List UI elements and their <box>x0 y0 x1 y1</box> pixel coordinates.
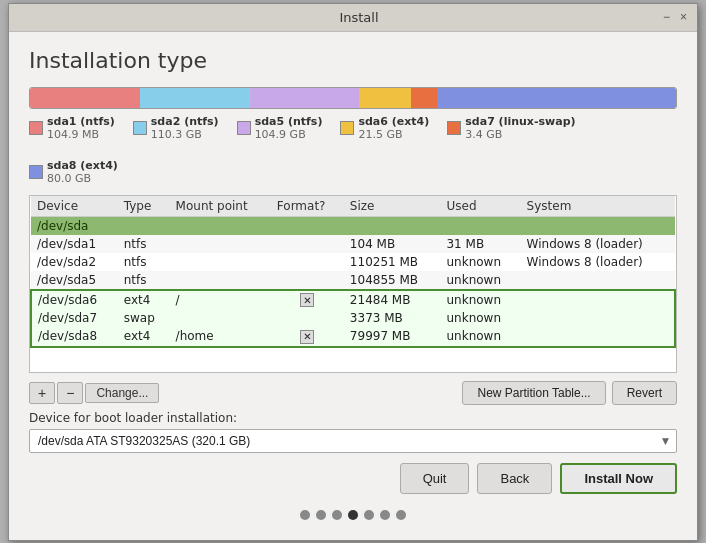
format-cell[interactable] <box>271 253 344 271</box>
legend-color-sda2 <box>133 121 147 135</box>
table-row: /dev/sda <box>31 216 675 235</box>
legend-color-sda8 <box>29 165 43 179</box>
col-format: Format? <box>271 196 344 217</box>
legend-color-sda7 <box>447 121 461 135</box>
table-row[interactable]: /dev/sda5ntfs104855 MBunknown <box>31 271 675 290</box>
format-cell[interactable] <box>271 271 344 290</box>
partition-bar <box>29 87 677 109</box>
bootloader-select[interactable]: /dev/sda ATA ST9320325AS (320.1 GB) <box>29 429 677 453</box>
used-cell: unknown <box>440 271 520 290</box>
table-header-row: Device Type Mount point Format? Size Use… <box>31 196 675 217</box>
legend-label-sda1: sda1 (ntfs) <box>47 115 115 128</box>
new-partition-table-button[interactable]: New Partition Table... <box>462 381 605 405</box>
progress-dot-4 <box>364 510 374 520</box>
size-cell: 110251 MB <box>344 253 441 271</box>
col-size: Size <box>344 196 441 217</box>
system-cell <box>521 290 675 310</box>
change-partition-button[interactable]: Change... <box>85 383 159 403</box>
progress-dot-5 <box>380 510 390 520</box>
type-cell: ext4 <box>118 290 170 310</box>
legend-item-sda8: sda8 (ext4)80.0 GB <box>29 159 118 185</box>
col-used: Used <box>440 196 520 217</box>
bootloader-select-wrapper: /dev/sda ATA ST9320325AS (320.1 GB) <box>29 429 677 453</box>
partition-toolbar: + − Change... New Partition Table... Rev… <box>29 381 677 405</box>
content-area: Installation type sda1 (ntfs)104.9 MBsda… <box>9 32 697 540</box>
size-cell: 104855 MB <box>344 271 441 290</box>
format-checkbox[interactable]: ✕ <box>300 293 314 307</box>
partition-table-container: Device Type Mount point Format? Size Use… <box>29 195 677 373</box>
mount-cell: / <box>170 290 271 310</box>
type-cell: ntfs <box>118 253 170 271</box>
col-system: System <box>521 196 675 217</box>
type-cell: swap <box>118 309 170 327</box>
close-button[interactable]: × <box>678 10 689 24</box>
legend-size-sda2: 110.3 GB <box>151 128 219 141</box>
legend-size-sda8: 80.0 GB <box>47 172 118 185</box>
mount-cell <box>170 253 271 271</box>
col-device: Device <box>31 196 118 217</box>
type-cell: ntfs <box>118 235 170 253</box>
partition-toolbar-right: New Partition Table... Revert <box>462 381 677 405</box>
system-cell: Windows 8 (loader) <box>521 253 675 271</box>
progress-dot-2 <box>332 510 342 520</box>
format-cell[interactable] <box>271 309 344 327</box>
legend-label-sda2: sda2 (ntfs) <box>151 115 219 128</box>
table-row[interactable]: /dev/sda7swap3373 MBunknown <box>31 309 675 327</box>
quit-button[interactable]: Quit <box>400 463 470 494</box>
progress-dot-3 <box>348 510 358 520</box>
format-cell[interactable]: ✕ <box>271 290 344 310</box>
progress-dot-6 <box>396 510 406 520</box>
col-type: Type <box>118 196 170 217</box>
installer-window: Install − × Installation type sda1 (ntfs… <box>8 3 698 541</box>
device-cell: /dev/sda7 <box>31 309 118 327</box>
device-cell: /dev/sda6 <box>31 290 118 310</box>
add-partition-button[interactable]: + <box>29 382 55 404</box>
type-cell: ext4 <box>118 327 170 347</box>
device-header: /dev/sda <box>31 216 675 235</box>
partition-toolbar-left: + − Change... <box>29 382 159 404</box>
system-cell <box>521 309 675 327</box>
window-title: Install <box>57 10 661 25</box>
format-cell[interactable] <box>271 235 344 253</box>
table-row[interactable]: /dev/sda6ext4/✕21484 MBunknown <box>31 290 675 310</box>
back-button[interactable]: Back <box>477 463 552 494</box>
legend-size-sda5: 104.9 GB <box>255 128 323 141</box>
titlebar: Install − × <box>9 4 697 32</box>
device-cell: /dev/sda5 <box>31 271 118 290</box>
format-checkbox[interactable]: ✕ <box>300 330 314 344</box>
legend-size-sda6: 21.5 GB <box>358 128 429 141</box>
legend-label-sda6: sda6 (ext4) <box>358 115 429 128</box>
partition-table: Device Type Mount point Format? Size Use… <box>30 196 676 348</box>
legend-item-sda2: sda2 (ntfs)110.3 GB <box>133 115 219 141</box>
mount-cell <box>170 235 271 253</box>
legend-color-sda1 <box>29 121 43 135</box>
system-cell <box>521 327 675 347</box>
size-cell: 3373 MB <box>344 309 441 327</box>
system-cell: Windows 8 (loader) <box>521 235 675 253</box>
col-mount: Mount point <box>170 196 271 217</box>
remove-partition-button[interactable]: − <box>57 382 83 404</box>
mount-cell <box>170 309 271 327</box>
bootloader-section: Device for boot loader installation: /de… <box>29 411 677 453</box>
titlebar-controls: − × <box>661 10 689 24</box>
nav-buttons: Quit Back Install Now <box>29 463 677 494</box>
format-cell[interactable]: ✕ <box>271 327 344 347</box>
revert-button[interactable]: Revert <box>612 381 677 405</box>
type-cell: ntfs <box>118 271 170 290</box>
used-cell: unknown <box>440 290 520 310</box>
system-cell <box>521 271 675 290</box>
progress-dot-1 <box>316 510 326 520</box>
table-row[interactable]: /dev/sda8ext4/home✕79997 MBunknown <box>31 327 675 347</box>
legend-size-sda7: 3.4 GB <box>465 128 575 141</box>
size-cell: 21484 MB <box>344 290 441 310</box>
legend-item-sda6: sda6 (ext4)21.5 GB <box>340 115 429 141</box>
bootloader-label: Device for boot loader installation: <box>29 411 677 425</box>
device-cell: /dev/sda2 <box>31 253 118 271</box>
table-row[interactable]: /dev/sda2ntfs110251 MBunknownWindows 8 (… <box>31 253 675 271</box>
legend-item-sda1: sda1 (ntfs)104.9 MB <box>29 115 115 141</box>
install-now-button[interactable]: Install Now <box>560 463 677 494</box>
used-cell: 31 MB <box>440 235 520 253</box>
minimize-button[interactable]: − <box>661 10 672 24</box>
table-row[interactable]: /dev/sda1ntfs104 MB31 MBWindows 8 (loade… <box>31 235 675 253</box>
mount-cell: /home <box>170 327 271 347</box>
